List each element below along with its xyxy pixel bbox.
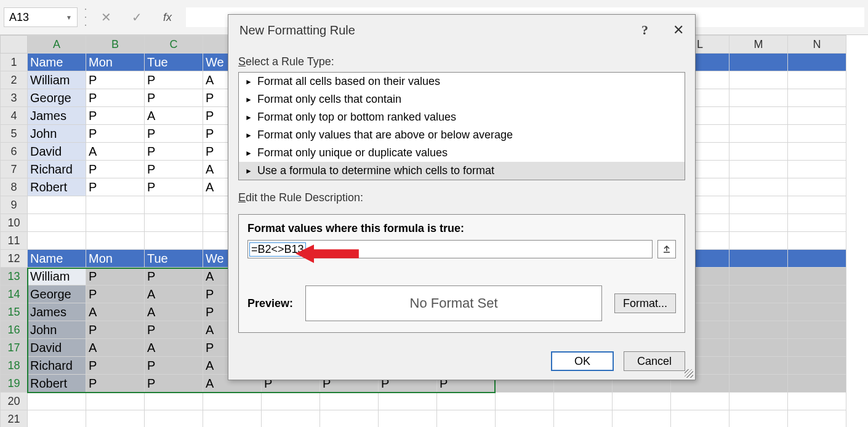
row-header[interactable]: 14: [1, 285, 28, 303]
row-header[interactable]: 2: [1, 71, 28, 89]
cell[interactable]: P: [145, 89, 203, 107]
col-header[interactable]: A: [28, 36, 86, 54]
cell[interactable]: James: [28, 107, 86, 125]
row-header[interactable]: 9: [1, 196, 28, 214]
format-button[interactable]: Format...: [614, 293, 676, 313]
cell[interactable]: David: [28, 339, 86, 357]
collapse-range-icon[interactable]: [657, 240, 676, 258]
col-header[interactable]: N: [788, 36, 846, 54]
col-header[interactable]: B: [86, 36, 145, 54]
row-header[interactable]: 13: [1, 268, 28, 285]
rule-type-list[interactable]: ►Format all cells based on their values …: [238, 72, 685, 180]
rule-type-item[interactable]: ►Format only values that are above or be…: [239, 126, 685, 144]
help-icon[interactable]: ?: [641, 22, 648, 38]
cancel-button[interactable]: Cancel: [624, 351, 685, 371]
ok-button[interactable]: OK: [551, 351, 614, 371]
row-header[interactable]: 16: [1, 321, 28, 339]
separator-icon: [84, 9, 87, 26]
cell[interactable]: Tue: [145, 54, 203, 71]
row-header[interactable]: 15: [1, 303, 28, 321]
row-header[interactable]: 18: [1, 357, 28, 375]
rule-type-item[interactable]: ►Format only top or bottom ranked values: [239, 108, 685, 126]
rule-type-item[interactable]: ►Use a formula to determine which cells …: [239, 162, 685, 180]
row-header[interactable]: 20: [1, 393, 28, 410]
cell[interactable]: John: [28, 125, 86, 143]
col-header[interactable]: C: [145, 36, 203, 54]
cell[interactable]: A: [145, 107, 203, 125]
col-header[interactable]: M: [729, 36, 788, 54]
cell[interactable]: Mon: [86, 54, 145, 71]
cell[interactable]: P: [145, 375, 203, 393]
cell[interactable]: A: [145, 285, 203, 303]
row-header[interactable]: 8: [1, 178, 28, 196]
cell[interactable]: A: [145, 303, 203, 321]
rule-type-item[interactable]: ►Format all cells based on their values: [239, 73, 685, 90]
cell[interactable]: Name: [28, 54, 86, 71]
cell[interactable]: Robert: [28, 178, 86, 196]
cell[interactable]: P: [145, 268, 203, 285]
select-all-corner[interactable]: [1, 36, 28, 54]
row-header[interactable]: 11: [1, 232, 28, 250]
cell[interactable]: P: [86, 71, 145, 89]
bullet-icon: ►: [245, 78, 252, 86]
cell[interactable]: William: [28, 268, 86, 285]
cell[interactable]: A: [86, 303, 145, 321]
row-header[interactable]: 19: [1, 375, 28, 393]
cell[interactable]: P: [86, 178, 145, 196]
cell[interactable]: P: [145, 178, 203, 196]
cell[interactable]: P: [145, 357, 203, 375]
formula-input-field[interactable]: =B2<>B13: [247, 240, 653, 258]
cell[interactable]: George: [28, 89, 86, 107]
row-header[interactable]: 10: [1, 214, 28, 232]
accept-formula-icon[interactable]: ✓: [124, 6, 149, 28]
row-header[interactable]: 5: [1, 125, 28, 143]
row-header[interactable]: 4: [1, 107, 28, 125]
cell[interactable]: A: [86, 143, 145, 161]
row-header[interactable]: 21: [1, 410, 28, 428]
cell[interactable]: P: [86, 125, 145, 143]
cell[interactable]: P: [86, 161, 145, 178]
cell[interactable]: P: [86, 321, 145, 339]
row-header[interactable]: 17: [1, 339, 28, 357]
cell[interactable]: George: [28, 285, 86, 303]
cell[interactable]: P: [145, 321, 203, 339]
row-header[interactable]: 7: [1, 161, 28, 178]
cell[interactable]: P: [86, 268, 145, 285]
cell[interactable]: William: [28, 71, 86, 89]
cell[interactable]: P: [86, 89, 145, 107]
dropdown-icon[interactable]: ▼: [66, 14, 72, 21]
cell[interactable]: James: [28, 303, 86, 321]
rule-type-item[interactable]: ►Format only unique or duplicate values: [239, 144, 685, 162]
row-header[interactable]: 6: [1, 143, 28, 161]
cell[interactable]: Tue: [145, 250, 203, 268]
bullet-icon: ►: [245, 149, 252, 158]
cell[interactable]: A: [145, 339, 203, 357]
cell[interactable]: Mon: [86, 250, 145, 268]
cell[interactable]: P: [145, 143, 203, 161]
cell[interactable]: Name: [28, 250, 86, 268]
cell[interactable]: P: [86, 357, 145, 375]
cell[interactable]: Richard: [28, 161, 86, 178]
cell[interactable]: P: [86, 285, 145, 303]
resize-grip-icon[interactable]: [685, 369, 693, 378]
cell[interactable]: P: [86, 375, 145, 393]
fx-icon[interactable]: fx: [155, 6, 180, 28]
rule-type-item[interactable]: ►Format only cells that contain: [239, 90, 685, 108]
dialog-title: New Formatting Rule: [239, 23, 355, 38]
row-header[interactable]: 3: [1, 89, 28, 107]
cell[interactable]: John: [28, 321, 86, 339]
cell[interactable]: A: [86, 339, 145, 357]
cell[interactable]: P: [86, 107, 145, 125]
cell[interactable]: P: [145, 71, 203, 89]
cell[interactable]: David: [28, 143, 86, 161]
name-box[interactable]: A13 ▼: [4, 7, 78, 27]
row-header[interactable]: 1: [1, 54, 28, 71]
dialog-titlebar[interactable]: New Formatting Rule ? ✕: [228, 15, 695, 46]
row-header[interactable]: 12: [1, 250, 28, 268]
cell[interactable]: Richard: [28, 357, 86, 375]
cell[interactable]: P: [145, 125, 203, 143]
cancel-formula-icon[interactable]: ✕: [94, 6, 118, 28]
close-icon[interactable]: ✕: [673, 22, 684, 38]
cell[interactable]: P: [145, 161, 203, 178]
cell[interactable]: Robert: [28, 375, 86, 393]
